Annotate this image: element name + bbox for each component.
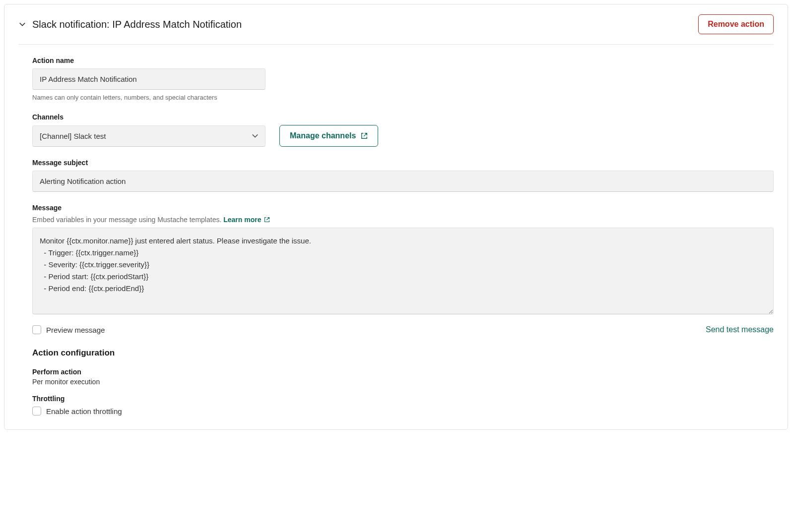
message-help-text: Embed variables in your message using Mu… — [32, 216, 221, 224]
manage-channels-label: Manage channels — [290, 131, 356, 140]
message-help: Embed variables in your message using Mu… — [32, 216, 774, 224]
channels-label: Channels — [32, 113, 774, 121]
preview-message-checkbox[interactable] — [32, 325, 41, 334]
preview-message-label: Preview message — [46, 326, 105, 334]
chevron-down-icon — [18, 20, 26, 28]
action-config-heading: Action configuration — [32, 348, 774, 358]
perform-action-value: Per monitor execution — [32, 378, 774, 386]
action-name-group: Action name Names can only contain lette… — [32, 57, 774, 101]
throttling-checkbox[interactable] — [32, 407, 41, 415]
subject-label: Message subject — [32, 159, 774, 167]
perform-action-label: Perform action — [32, 368, 774, 376]
action-name-label: Action name — [32, 57, 774, 64]
throttling-checkbox-label: Enable action throttling — [46, 407, 122, 415]
action-panel: Slack notification: IP Address Match Not… — [4, 4, 788, 430]
channels-group: Channels [Channel] Slack test Manage cha… — [32, 113, 774, 147]
preview-message-row: Preview message — [32, 325, 105, 334]
learn-more-label: Learn more — [223, 216, 261, 224]
subject-input[interactable] — [32, 171, 774, 192]
external-link-icon — [264, 217, 270, 223]
action-name-help: Names can only contain letters, numbers,… — [32, 94, 774, 101]
throttling-row: Enable action throttling — [32, 407, 774, 415]
panel-title-wrap[interactable]: Slack notification: IP Address Match Not… — [18, 19, 242, 30]
send-test-message-button[interactable]: Send test message — [706, 325, 774, 334]
panel-title: Slack notification: IP Address Match Not… — [32, 19, 242, 30]
subject-group: Message subject — [32, 159, 774, 192]
external-link-icon — [361, 132, 368, 139]
throttling-label: Throttling — [32, 395, 774, 403]
panel-header: Slack notification: IP Address Match Not… — [18, 14, 774, 45]
message-label: Message — [32, 204, 774, 212]
panel-content: Action name Names can only contain lette… — [18, 57, 774, 415]
action-configuration-section: Action configuration Perform action Per … — [32, 348, 774, 415]
message-group: Message Embed variables in your message … — [32, 204, 774, 334]
message-textarea[interactable] — [32, 228, 774, 314]
manage-channels-button[interactable]: Manage channels — [279, 125, 378, 147]
channels-selected-value: [Channel] Slack test — [32, 125, 265, 147]
remove-action-button[interactable]: Remove action — [698, 14, 774, 34]
learn-more-link[interactable]: Learn more — [223, 216, 270, 224]
channels-select[interactable]: [Channel] Slack test — [32, 125, 265, 147]
action-name-input[interactable] — [32, 68, 265, 90]
